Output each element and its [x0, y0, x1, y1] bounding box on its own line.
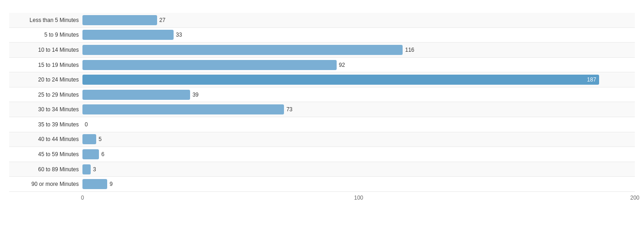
bar-fill: 6 [82, 149, 99, 159]
bar-row: 10 to 14 Minutes116 [9, 43, 635, 58]
bar-track: 187 [82, 75, 635, 85]
bar-label: 35 to 39 Minutes [9, 121, 82, 128]
bar-track: 5 [82, 134, 635, 144]
bar-row: 45 to 59 Minutes6 [9, 147, 635, 162]
bar-label: 25 to 29 Minutes [9, 92, 82, 98]
bar-value: 116 [405, 47, 414, 53]
bar-fill: 33 [82, 30, 174, 40]
bar-value: 5 [98, 136, 102, 142]
bar-track: 116 [82, 45, 635, 55]
bar-track: 33 [82, 30, 635, 40]
bar-track: 92 [82, 60, 635, 70]
bar-label: 40 to 44 Minutes [9, 136, 82, 142]
bar-label: 30 to 34 Minutes [9, 106, 82, 113]
bar-value: 9 [109, 181, 113, 187]
bar-track: 27 [82, 15, 635, 25]
bar-fill: 27 [82, 15, 157, 25]
bar-label: 90 or more Minutes [9, 181, 82, 187]
bar-value: 0 [85, 121, 88, 128]
bar-label: 60 to 89 Minutes [9, 166, 82, 173]
bar-value: 73 [286, 106, 292, 113]
bar-track: 3 [82, 164, 635, 174]
bar-label: 10 to 14 Minutes [9, 47, 82, 53]
bar-row: 90 or more Minutes9 [9, 177, 635, 192]
bar-fill: 39 [82, 90, 190, 100]
bar-fill: 116 [82, 45, 403, 55]
bar-track: 6 [82, 149, 635, 159]
bar-fill: 5 [82, 134, 96, 144]
bar-track: 73 [82, 104, 635, 114]
bar-value: 39 [192, 92, 198, 98]
bar-value: 3 [93, 166, 96, 173]
bar-row: 20 to 24 Minutes187 [9, 72, 635, 87]
bar-value: 27 [159, 17, 165, 23]
bar-row: 30 to 34 Minutes73 [9, 102, 635, 117]
x-axis-label: 200 [630, 195, 639, 201]
bar-row: 25 to 29 Minutes39 [9, 87, 635, 103]
bar-value: 6 [101, 151, 104, 158]
chart-container: Less than 5 Minutes275 to 9 Minutes3310 … [0, 0, 644, 239]
bar-row: 40 to 44 Minutes5 [9, 132, 635, 147]
x-axis-label: 100 [354, 195, 363, 201]
x-axis: 0100200 [82, 192, 635, 205]
bar-fill: 73 [82, 104, 284, 114]
bar-fill: 3 [82, 164, 91, 174]
bar-label: 5 to 9 Minutes [9, 32, 82, 38]
x-axis-label: 0 [81, 195, 84, 201]
bar-value: 92 [339, 62, 345, 68]
bar-track: 9 [82, 179, 635, 189]
bar-track: 0 [82, 120, 635, 130]
bar-row: Less than 5 Minutes27 [9, 13, 635, 28]
bar-track: 39 [82, 90, 635, 100]
bar-value: 187 [587, 76, 596, 83]
bar-value: 33 [176, 32, 182, 38]
bar-row: 35 to 39 Minutes0 [9, 117, 635, 132]
bar-fill: 92 [82, 60, 337, 70]
bar-label: 45 to 59 Minutes [9, 151, 82, 158]
bar-row: 15 to 19 Minutes92 [9, 58, 635, 73]
bar-fill: 187 [82, 75, 599, 85]
chart-area: Less than 5 Minutes275 to 9 Minutes3310 … [9, 13, 635, 205]
bar-row: 60 to 89 Minutes3 [9, 162, 635, 177]
bar-label: 15 to 19 Minutes [9, 62, 82, 68]
bars-section: Less than 5 Minutes275 to 9 Minutes3310 … [9, 13, 635, 205]
bar-label: 20 to 24 Minutes [9, 76, 82, 83]
bar-label: Less than 5 Minutes [9, 17, 82, 23]
bar-row: 5 to 9 Minutes33 [9, 28, 635, 43]
bar-fill: 9 [82, 179, 107, 189]
